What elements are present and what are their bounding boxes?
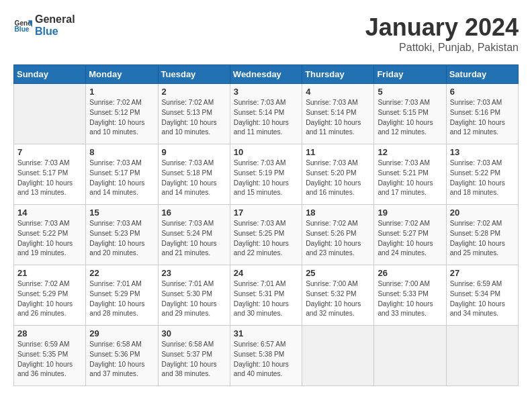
calendar-cell: 23Sunrise: 7:01 AM Sunset: 5:30 PM Dayli… <box>158 265 230 326</box>
day-number: 24 <box>234 268 298 278</box>
calendar-cell <box>446 326 518 386</box>
calendar-cell: 2Sunrise: 7:02 AM Sunset: 5:13 PM Daylig… <box>158 84 230 144</box>
cell-content: Sunrise: 6:59 AM Sunset: 5:35 PM Dayligh… <box>17 340 82 379</box>
day-header-tuesday: Tuesday <box>158 65 230 84</box>
day-number: 4 <box>306 87 370 97</box>
calendar-cell: 29Sunrise: 6:58 AM Sunset: 5:36 PM Dayli… <box>86 326 158 386</box>
day-number: 14 <box>17 208 82 218</box>
cell-content: Sunrise: 6:58 AM Sunset: 5:36 PM Dayligh… <box>89 340 154 379</box>
calendar-week-1: 1Sunrise: 7:02 AM Sunset: 5:12 PM Daylig… <box>14 84 519 144</box>
calendar-cell: 10Sunrise: 7:03 AM Sunset: 5:19 PM Dayli… <box>230 144 302 205</box>
cell-content: Sunrise: 7:01 AM Sunset: 5:29 PM Dayligh… <box>89 279 154 319</box>
calendar-cell: 4Sunrise: 7:03 AM Sunset: 5:14 PM Daylig… <box>302 84 374 144</box>
cell-content: Sunrise: 7:03 AM Sunset: 5:18 PM Dayligh… <box>162 158 226 198</box>
calendar-cell: 27Sunrise: 6:59 AM Sunset: 5:34 PM Dayli… <box>446 265 518 326</box>
day-header-saturday: Saturday <box>446 65 518 84</box>
cell-content: Sunrise: 7:02 AM Sunset: 5:12 PM Dayligh… <box>89 98 154 138</box>
calendar-cell: 14Sunrise: 7:03 AM Sunset: 5:22 PM Dayli… <box>14 205 86 265</box>
calendar-cell: 12Sunrise: 7:03 AM Sunset: 5:21 PM Dayli… <box>374 144 446 205</box>
calendar-cell: 28Sunrise: 6:59 AM Sunset: 5:35 PM Dayli… <box>14 326 86 386</box>
day-number: 31 <box>234 328 298 338</box>
cell-content: Sunrise: 7:02 AM Sunset: 5:27 PM Dayligh… <box>378 219 442 259</box>
cell-content: Sunrise: 7:01 AM Sunset: 5:30 PM Dayligh… <box>162 279 226 319</box>
calendar-cell: 9Sunrise: 7:03 AM Sunset: 5:18 PM Daylig… <box>158 144 230 205</box>
cell-content: Sunrise: 7:03 AM Sunset: 5:14 PM Dayligh… <box>234 98 298 138</box>
calendar-week-2: 7Sunrise: 7:03 AM Sunset: 5:17 PM Daylig… <box>14 144 519 205</box>
calendar-cell: 5Sunrise: 7:03 AM Sunset: 5:15 PM Daylig… <box>374 84 446 144</box>
logo-blue: Blue <box>35 26 75 38</box>
cell-content: Sunrise: 7:02 AM Sunset: 5:13 PM Dayligh… <box>162 98 226 138</box>
calendar-cell: 11Sunrise: 7:03 AM Sunset: 5:20 PM Dayli… <box>302 144 374 205</box>
day-number: 15 <box>89 208 154 218</box>
cell-content: Sunrise: 7:00 AM Sunset: 5:33 PM Dayligh… <box>378 279 442 319</box>
calendar-cell: 19Sunrise: 7:02 AM Sunset: 5:27 PM Dayli… <box>374 205 446 265</box>
calendar-cell: 7Sunrise: 7:03 AM Sunset: 5:17 PM Daylig… <box>14 144 86 205</box>
calendar-header-row: SundayMondayTuesdayWednesdayThursdayFrid… <box>14 65 519 84</box>
calendar-cell <box>14 84 86 144</box>
calendar-cell <box>374 326 446 386</box>
calendar-cell: 16Sunrise: 7:03 AM Sunset: 5:24 PM Dayli… <box>158 205 230 265</box>
day-number: 28 <box>17 328 82 338</box>
calendar-cell: 24Sunrise: 7:01 AM Sunset: 5:31 PM Dayli… <box>230 265 302 326</box>
calendar-cell: 25Sunrise: 7:00 AM Sunset: 5:32 PM Dayli… <box>302 265 374 326</box>
day-number: 16 <box>162 208 226 218</box>
calendar-cell: 6Sunrise: 7:03 AM Sunset: 5:16 PM Daylig… <box>446 84 518 144</box>
cell-content: Sunrise: 7:03 AM Sunset: 5:17 PM Dayligh… <box>89 158 154 198</box>
day-number: 22 <box>89 268 154 278</box>
day-number: 6 <box>450 87 515 97</box>
day-number: 7 <box>17 147 82 157</box>
calendar-cell: 1Sunrise: 7:02 AM Sunset: 5:12 PM Daylig… <box>86 84 158 144</box>
cell-content: Sunrise: 7:03 AM Sunset: 5:19 PM Dayligh… <box>234 158 298 198</box>
cell-content: Sunrise: 6:59 AM Sunset: 5:34 PM Dayligh… <box>450 279 515 319</box>
calendar-week-5: 28Sunrise: 6:59 AM Sunset: 5:35 PM Dayli… <box>14 326 519 386</box>
day-number: 11 <box>306 147 370 157</box>
page-header: General Blue General Blue January 2024 P… <box>13 13 519 54</box>
day-number: 5 <box>378 87 442 97</box>
day-number: 2 <box>162 87 226 97</box>
cell-content: Sunrise: 7:03 AM Sunset: 5:14 PM Dayligh… <box>306 98 370 138</box>
cell-content: Sunrise: 7:03 AM Sunset: 5:15 PM Dayligh… <box>378 98 442 138</box>
calendar-cell: 3Sunrise: 7:03 AM Sunset: 5:14 PM Daylig… <box>230 84 302 144</box>
day-number: 17 <box>234 208 298 218</box>
day-number: 23 <box>162 268 226 278</box>
calendar-subtitle: Pattoki, Punjab, Pakistan <box>365 42 519 54</box>
day-number: 29 <box>89 328 154 338</box>
calendar-body: 1Sunrise: 7:02 AM Sunset: 5:12 PM Daylig… <box>14 84 519 386</box>
cell-content: Sunrise: 7:03 AM Sunset: 5:22 PM Dayligh… <box>17 219 82 259</box>
day-number: 18 <box>306 208 370 218</box>
cell-content: Sunrise: 6:58 AM Sunset: 5:37 PM Dayligh… <box>162 340 226 379</box>
cell-content: Sunrise: 7:03 AM Sunset: 5:22 PM Dayligh… <box>450 158 515 198</box>
day-header-monday: Monday <box>86 65 158 84</box>
cell-content: Sunrise: 7:01 AM Sunset: 5:31 PM Dayligh… <box>234 279 298 319</box>
calendar-table: SundayMondayTuesdayWednesdayThursdayFrid… <box>13 64 519 386</box>
cell-content: Sunrise: 7:03 AM Sunset: 5:16 PM Dayligh… <box>450 98 515 138</box>
day-number: 1 <box>89 87 154 97</box>
day-number: 10 <box>234 147 298 157</box>
day-number: 20 <box>450 208 515 218</box>
title-block: January 2024 Pattoki, Punjab, Pakistan <box>365 13 519 54</box>
calendar-cell: 31Sunrise: 6:57 AM Sunset: 5:38 PM Dayli… <box>230 326 302 386</box>
calendar-week-3: 14Sunrise: 7:03 AM Sunset: 5:22 PM Dayli… <box>14 205 519 265</box>
calendar-cell: 13Sunrise: 7:03 AM Sunset: 5:22 PM Dayli… <box>446 144 518 205</box>
day-number: 9 <box>162 147 226 157</box>
day-number: 12 <box>378 147 442 157</box>
day-header-wednesday: Wednesday <box>230 65 302 84</box>
cell-content: Sunrise: 7:03 AM Sunset: 5:24 PM Dayligh… <box>162 219 226 259</box>
cell-content: Sunrise: 7:02 AM Sunset: 5:28 PM Dayligh… <box>450 219 515 259</box>
cell-content: Sunrise: 7:03 AM Sunset: 5:20 PM Dayligh… <box>306 158 370 198</box>
cell-content: Sunrise: 7:00 AM Sunset: 5:32 PM Dayligh… <box>306 279 370 319</box>
cell-content: Sunrise: 6:57 AM Sunset: 5:38 PM Dayligh… <box>234 340 298 379</box>
calendar-week-4: 21Sunrise: 7:02 AM Sunset: 5:29 PM Dayli… <box>14 265 519 326</box>
day-number: 25 <box>306 268 370 278</box>
calendar-cell: 20Sunrise: 7:02 AM Sunset: 5:28 PM Dayli… <box>446 205 518 265</box>
cell-content: Sunrise: 7:02 AM Sunset: 5:29 PM Dayligh… <box>17 279 82 319</box>
cell-content: Sunrise: 7:03 AM Sunset: 5:17 PM Dayligh… <box>17 158 82 198</box>
day-number: 13 <box>450 147 515 157</box>
day-header-thursday: Thursday <box>302 65 374 84</box>
calendar-cell: 8Sunrise: 7:03 AM Sunset: 5:17 PM Daylig… <box>86 144 158 205</box>
day-number: 27 <box>450 268 515 278</box>
calendar-cell: 15Sunrise: 7:03 AM Sunset: 5:23 PM Dayli… <box>86 205 158 265</box>
day-number: 30 <box>162 328 226 338</box>
logo: General Blue General Blue <box>13 13 75 37</box>
cell-content: Sunrise: 7:03 AM Sunset: 5:23 PM Dayligh… <box>89 219 154 259</box>
